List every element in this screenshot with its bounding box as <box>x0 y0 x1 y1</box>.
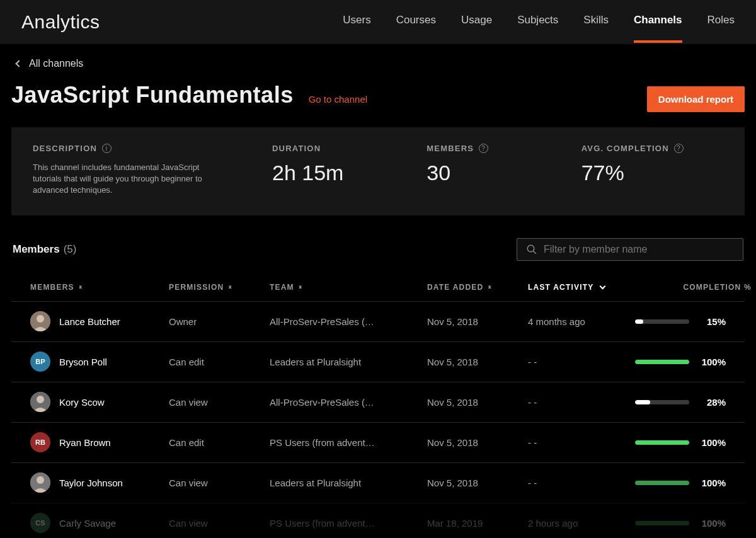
date-added-cell: Nov 5, 2018 <box>427 437 528 448</box>
completion-cell: 28% <box>635 397 756 408</box>
completion-percent: 15% <box>698 316 726 327</box>
member-name: Carly Savage <box>59 518 116 529</box>
filter-box[interactable] <box>517 238 743 261</box>
nav-tab-channels[interactable]: Channels <box>634 14 682 30</box>
member-cell: Lance Butcher <box>30 311 169 331</box>
completion-cell: 100% <box>635 478 756 488</box>
progress-bar <box>635 481 689 485</box>
team-cell: Leaders at Pluralsight <box>270 478 427 488</box>
duration-label: DURATION <box>272 144 414 153</box>
stat-duration: DURATION 2h 15m <box>272 144 414 197</box>
filter-input[interactable] <box>544 244 734 255</box>
stat-avg-completion: AVG. COMPLETION ? 77% <box>581 144 723 197</box>
progress-fill <box>635 319 643 324</box>
nav-tab-skills[interactable]: Skills <box>583 14 609 30</box>
description-label: DESCRIPTION i <box>33 144 260 153</box>
table-row[interactable]: RB Ryan Brown Can edit PS Users (from ad… <box>11 422 745 462</box>
svg-point-3 <box>37 315 44 323</box>
nav-tab-usage[interactable]: Usage <box>461 14 492 30</box>
completion-percent: 100% <box>698 437 726 448</box>
completion-percent: 100% <box>698 357 726 367</box>
team-cell: All-ProServ-PreSales (… <box>270 397 427 408</box>
download-report-button[interactable]: Download report <box>647 86 745 112</box>
last-activity-cell: - - <box>528 437 635 448</box>
col-completion[interactable]: COMPLETION % ▲▼ <box>635 283 756 292</box>
col-date-added[interactable]: DATE ADDED ▲▼ <box>427 283 528 292</box>
nav-tab-subjects[interactable]: Subjects <box>517 14 558 30</box>
date-added-cell: Mar 18, 2019 <box>427 518 528 529</box>
avatar: CS <box>30 513 50 533</box>
member-cell: Kory Scow <box>30 392 169 412</box>
completion-cell: 100% <box>635 357 756 367</box>
table-header: MEMBERS ▲▼ PERMISSION ▲▼ TEAM ▲▼ DATE AD… <box>11 273 745 301</box>
search-icon <box>526 244 537 255</box>
completion-cell: 100% <box>635 518 756 529</box>
nav-tab-roles[interactable]: Roles <box>707 14 735 30</box>
last-activity-cell: - - <box>528 397 635 408</box>
member-name: Bryson Poll <box>59 357 107 367</box>
date-added-cell: Nov 5, 2018 <box>427 357 528 367</box>
table-row[interactable]: Kory Scow Can view All-ProServ-PreSales … <box>11 382 745 422</box>
progress-fill <box>635 481 689 485</box>
member-name: Ryan Brown <box>59 437 111 448</box>
date-added-cell: Nov 5, 2018 <box>427 397 528 408</box>
chevron-left-icon <box>15 60 22 67</box>
members-label: MEMBERS ? <box>427 144 568 153</box>
description-text: This channel includes fundamental JavaSc… <box>33 162 222 197</box>
avatar: BP <box>30 352 50 372</box>
permission-cell: Owner <box>169 316 270 327</box>
member-cell: BP Bryson Poll <box>30 352 169 372</box>
table-row[interactable]: Lance Butcher Owner All-ProServ-PreSales… <box>11 301 745 341</box>
member-cell: CS Carly Savage <box>30 513 169 533</box>
brand-title: Analytics <box>21 11 100 33</box>
help-icon[interactable]: ? <box>674 144 684 153</box>
avatar <box>30 392 50 412</box>
svg-point-0 <box>527 245 534 252</box>
duration-value: 2h 15m <box>272 161 414 185</box>
permission-cell: Can edit <box>169 437 270 448</box>
progress-bar <box>635 440 689 445</box>
breadcrumb-back[interactable]: All channels <box>16 58 745 69</box>
nav-tab-courses[interactable]: Courses <box>396 14 436 30</box>
members-value: 30 <box>427 161 568 185</box>
nav-tab-users[interactable]: Users <box>343 14 370 30</box>
members-header: Members (5) <box>11 238 745 261</box>
progress-bar <box>635 521 689 525</box>
table-row[interactable]: BP Bryson Poll Can edit Leaders at Plura… <box>11 341 745 382</box>
members-title: Members <box>13 243 60 256</box>
team-cell: PS Users (from advent… <box>270 518 427 529</box>
avg-completion-value: 77% <box>581 161 723 185</box>
permission-cell: Can view <box>169 478 270 488</box>
member-name: Lance Butcher <box>59 316 120 327</box>
member-name: Taylor Johnson <box>59 478 123 488</box>
avatar <box>30 472 50 493</box>
chevron-down-icon <box>599 283 605 289</box>
date-added-cell: Nov 5, 2018 <box>427 478 528 488</box>
go-to-channel-link[interactable]: Go to channel <box>309 94 367 105</box>
progress-bar <box>635 360 689 364</box>
col-team[interactable]: TEAM ▲▼ <box>270 283 427 292</box>
table-row[interactable]: Taylor Johnson Can view Leaders at Plura… <box>11 462 745 503</box>
last-activity-cell: - - <box>528 357 635 367</box>
col-last-activity[interactable]: LAST ACTIVITY <box>528 283 635 292</box>
col-permission[interactable]: PERMISSION ▲▼ <box>169 283 270 292</box>
help-icon[interactable]: ? <box>479 144 488 153</box>
completion-percent: 100% <box>698 478 726 488</box>
last-activity-cell: 4 months ago <box>528 316 635 327</box>
svg-point-7 <box>37 476 44 484</box>
progress-bar <box>635 400 689 404</box>
last-activity-cell: 2 hours ago <box>528 518 635 529</box>
info-icon[interactable]: i <box>102 144 112 153</box>
breadcrumb-label: All channels <box>29 58 83 69</box>
stat-members: MEMBERS ? 30 <box>427 144 568 197</box>
date-added-cell: Nov 5, 2018 <box>427 316 528 327</box>
col-members[interactable]: MEMBERS ▲▼ <box>30 283 169 292</box>
team-cell: PS Users (from advent… <box>270 437 427 448</box>
summary-card: DESCRIPTION i This channel includes fund… <box>11 127 745 215</box>
table-row[interactable]: CS Carly Savage Can view PS Users (from … <box>11 503 745 538</box>
members-table: MEMBERS ▲▼ PERMISSION ▲▼ TEAM ▲▼ DATE AD… <box>11 273 745 538</box>
progress-fill <box>635 400 650 404</box>
member-name: Kory Scow <box>59 397 105 408</box>
avg-completion-label: AVG. COMPLETION ? <box>581 144 723 153</box>
top-bar: Analytics UsersCoursesUsageSubjectsSkill… <box>0 0 756 44</box>
